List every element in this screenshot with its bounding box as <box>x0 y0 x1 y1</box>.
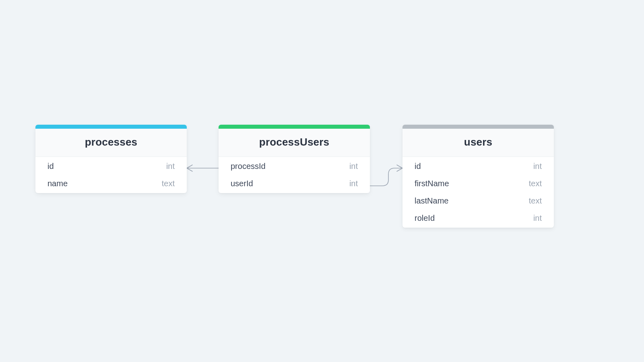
table-title: processes <box>85 136 137 148</box>
column-name: id <box>47 162 54 171</box>
column-name: processId <box>231 162 266 171</box>
column-name: roleId <box>415 214 435 223</box>
column-name: firstName <box>415 179 449 188</box>
table-title: processUsers <box>259 136 329 148</box>
table-stripe <box>402 125 554 129</box>
column-type: text <box>162 179 175 188</box>
column-name: name <box>47 179 68 188</box>
table-body: id int name text <box>35 157 187 193</box>
table-header: users <box>402 129 554 157</box>
column-row[interactable]: id int <box>402 158 554 175</box>
table-processes[interactable]: processes id int name text <box>35 125 187 193</box>
column-row[interactable]: roleId int <box>402 210 554 227</box>
column-name: id <box>415 162 421 171</box>
column-type: int <box>166 162 175 171</box>
column-name: userId <box>231 179 253 188</box>
table-users[interactable]: users id int firstName text lastName tex… <box>402 125 554 228</box>
column-row[interactable]: id int <box>35 158 187 175</box>
column-type: text <box>529 179 542 188</box>
table-body: processId int userId int <box>219 157 370 193</box>
column-row[interactable]: name text <box>35 175 187 192</box>
table-body: id int firstName text lastName text role… <box>402 157 554 228</box>
table-processusers[interactable]: processUsers processId int userId int <box>219 125 370 193</box>
table-header: processes <box>35 129 187 157</box>
column-type: int <box>533 162 542 171</box>
column-row[interactable]: firstName text <box>402 175 554 192</box>
column-type: int <box>349 162 358 171</box>
column-name: lastName <box>415 196 448 206</box>
column-row[interactable]: lastName text <box>402 192 554 210</box>
table-stripe <box>35 125 187 129</box>
diagram-canvas[interactable]: processes id int name text processUsers … <box>0 0 644 362</box>
table-header: processUsers <box>219 129 370 157</box>
column-type: int <box>533 214 542 223</box>
column-type: text <box>529 196 542 206</box>
column-row[interactable]: processId int <box>219 158 370 175</box>
column-type: int <box>349 179 358 188</box>
table-title: users <box>464 136 492 148</box>
column-row[interactable]: userId int <box>219 175 370 192</box>
table-stripe <box>219 125 370 129</box>
